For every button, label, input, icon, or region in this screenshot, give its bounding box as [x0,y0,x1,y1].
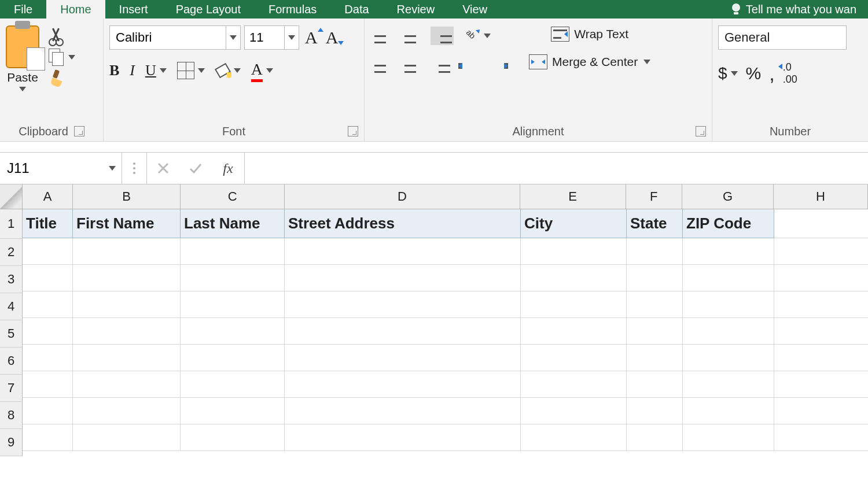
cell[interactable] [181,345,285,371]
cell[interactable] [23,318,73,345]
chevron-down-icon[interactable] [234,68,241,73]
cell[interactable] [181,318,285,345]
cell[interactable] [73,265,181,291]
cell[interactable] [627,291,683,318]
cell[interactable] [627,238,683,265]
cell[interactable] [774,371,868,398]
cell[interactable] [774,398,868,424]
formula-input[interactable] [245,153,868,184]
cell[interactable] [521,345,627,371]
wrap-text-button[interactable]: Wrap Text [529,27,650,42]
cut-button[interactable] [47,28,65,45]
cell-H1[interactable] [774,209,868,238]
chevron-down-icon[interactable] [19,87,26,91]
row-header-7[interactable]: 7 [0,375,23,402]
cell[interactable] [627,265,683,291]
dialog-launcher-icon[interactable] [696,126,706,136]
cell[interactable] [23,265,73,291]
cell[interactable] [521,238,627,265]
increase-font-size-button[interactable]: A [303,28,320,47]
tab-data[interactable]: Data [330,0,382,19]
font-name-input[interactable] [110,30,226,45]
chevron-down-icon[interactable] [266,68,273,73]
row-header-6[interactable]: 6 [0,348,23,375]
cell-D1[interactable]: Street Address [285,209,521,238]
tell-me-search[interactable]: Tell me what you wan [720,0,868,19]
chevron-down-icon[interactable] [68,55,75,60]
cell[interactable] [683,265,774,291]
col-header-C[interactable]: C [181,184,285,209]
chevron-down-icon[interactable] [643,60,650,64]
cell[interactable] [181,265,285,291]
borders-button[interactable] [177,62,194,79]
chevron-down-icon[interactable] [284,26,299,49]
cell-G1[interactable]: ZIP Code [683,209,774,238]
row-header-8[interactable]: 8 [0,402,23,429]
fill-color-button[interactable] [215,63,230,78]
col-header-D[interactable]: D [285,184,520,209]
tab-file[interactable]: File [0,0,46,19]
cell[interactable] [73,424,181,451]
cell-A1[interactable]: Title [23,209,73,238]
cell[interactable] [774,318,868,345]
align-center-button[interactable] [400,58,420,73]
cell[interactable] [627,318,683,345]
cell[interactable] [285,398,521,424]
cell[interactable] [521,318,627,345]
select-all-button[interactable] [0,184,23,209]
col-header-G[interactable]: G [682,184,774,209]
cell[interactable] [521,291,627,318]
enter-button[interactable] [179,153,212,184]
chevron-down-icon[interactable] [226,26,240,49]
cell-B1[interactable]: First Name [73,209,181,238]
cell[interactable] [627,398,683,424]
cell[interactable] [73,238,181,265]
cell[interactable] [627,345,683,371]
increase-decimal-button[interactable]: .0 .00 [783,61,797,86]
chevron-down-icon[interactable] [484,34,491,38]
cell[interactable] [285,265,521,291]
font-size-combo[interactable] [244,25,299,50]
cell[interactable] [23,238,73,265]
cell[interactable] [73,291,181,318]
font-color-button[interactable]: A [251,60,263,81]
cell[interactable] [627,424,683,451]
cell[interactable] [774,291,868,318]
cancel-button[interactable] [147,153,179,184]
col-header-E[interactable]: E [520,184,626,209]
font-name-combo[interactable] [109,25,241,50]
orientation-button[interactable] [464,28,480,43]
row-header-1[interactable]: 1 [0,209,23,239]
cell[interactable] [285,371,521,398]
cell[interactable] [521,265,627,291]
align-top-button[interactable] [370,28,390,43]
align-bottom-button[interactable] [431,27,454,45]
cell[interactable] [181,371,285,398]
comma-format-button[interactable]: , [769,70,774,77]
name-box-input[interactable] [0,160,109,176]
align-right-button[interactable] [431,58,450,73]
percent-format-button[interactable]: % [746,64,762,83]
chevron-down-icon[interactable] [160,68,167,73]
tab-formulas[interactable]: Formulas [255,0,330,19]
copy-button[interactable] [47,49,65,66]
cell[interactable] [683,318,774,345]
cell[interactable] [683,424,774,451]
cell[interactable] [627,371,683,398]
cell[interactable] [521,424,627,451]
cell[interactable] [181,238,285,265]
cell[interactable] [23,398,73,424]
tab-review[interactable]: Review [383,0,449,19]
cell[interactable] [181,424,285,451]
formula-bar-grip[interactable] [122,153,147,184]
cell[interactable] [683,238,774,265]
cell-C1[interactable]: Last Name [181,209,285,238]
paste-button[interactable]: Paste [6,25,39,91]
insert-function-button[interactable]: fx [212,153,244,184]
chevron-down-icon[interactable] [198,68,205,73]
row-header-9[interactable]: 9 [0,429,23,456]
tab-page-layout[interactable]: Page Layout [162,0,255,19]
cell[interactable] [683,398,774,424]
cell[interactable] [181,291,285,318]
name-box[interactable] [0,153,122,184]
